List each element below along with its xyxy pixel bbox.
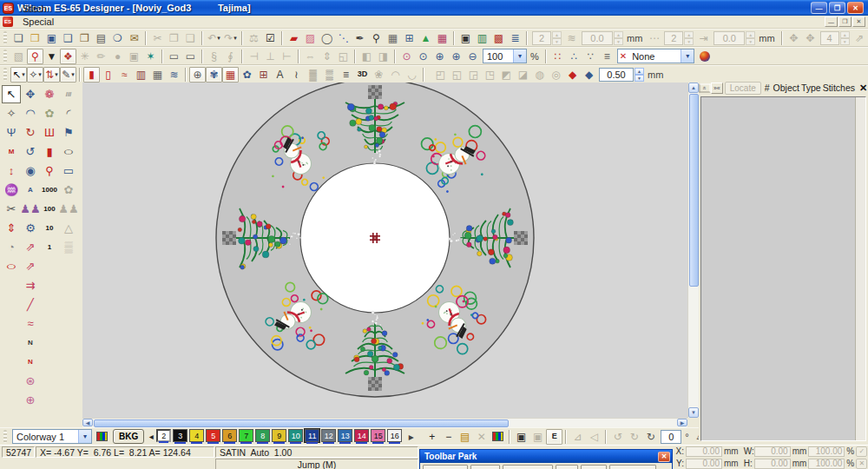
undo-icon[interactable]: ↶▾ bbox=[206, 30, 222, 46]
mdi-minimize-button[interactable]: — bbox=[825, 17, 838, 27]
toolbox-z1000-tool[interactable]: 1000 bbox=[40, 181, 59, 199]
show-connectors-icon[interactable]: ≡ bbox=[599, 49, 615, 64]
collapse-panel-icon[interactable]: « bbox=[699, 83, 710, 92]
palette-strip-icon[interactable] bbox=[490, 429, 506, 445]
toolbox-flower-tool[interactable]: ❁ bbox=[40, 85, 59, 103]
new-icon[interactable]: ❏ bbox=[10, 30, 27, 46]
cancel-transform-icon[interactable]: ✕ bbox=[856, 459, 867, 469]
color-swatch-3[interactable]: 3 bbox=[173, 429, 187, 442]
colorway-editor-icon[interactable] bbox=[94, 429, 110, 445]
toolbox-bh-tool[interactable]: ⊕ bbox=[21, 391, 40, 409]
hide-unused-icon[interactable]: ✕ bbox=[473, 429, 490, 445]
locate-button[interactable]: Locate bbox=[725, 82, 761, 95]
thread-up-icon[interactable]: § bbox=[206, 49, 222, 64]
toolbox-leaf-tool[interactable]: ✿ bbox=[59, 181, 78, 199]
underlay-count-field[interactable]: 2▲▼ bbox=[532, 31, 562, 45]
3d-warp-icon[interactable]: 3D bbox=[354, 67, 371, 83]
arc-up-icon[interactable]: ◠ bbox=[387, 67, 404, 83]
align-right-icon[interactable]: ⊢ bbox=[279, 49, 295, 64]
toolbox-bhpair-tool[interactable]: ⊛ bbox=[21, 372, 40, 390]
toolbox-z100-tool[interactable]: 100 bbox=[40, 200, 59, 218]
toolbox-team-tool[interactable]: ♟♟ bbox=[21, 200, 40, 218]
dot-icon[interactable]: ● bbox=[109, 49, 126, 64]
show-all-icon[interactable]: ∷ bbox=[549, 49, 566, 64]
zoom-out-icon[interactable]: ⊖ bbox=[464, 49, 481, 64]
canvas-vertical-scrollbar[interactable]: ▲ ▼ bbox=[687, 83, 699, 418]
object-list[interactable] bbox=[700, 96, 866, 441]
toolbox-needledrop-tool[interactable]: ⚲ bbox=[40, 162, 59, 180]
fan-fill-icon[interactable]: ✾ bbox=[206, 67, 222, 83]
color-wheel-icon[interactable] bbox=[696, 49, 713, 64]
color-swatch-14[interactable]: 14 bbox=[354, 429, 369, 442]
magic-wand-icon[interactable]: ✳ bbox=[76, 49, 93, 64]
color-swatch-4[interactable]: 4 bbox=[189, 429, 204, 442]
remove-color-icon[interactable]: − bbox=[440, 429, 457, 445]
toolbox-globe-tool[interactable]: ◉ bbox=[21, 162, 40, 180]
overview-window-icon[interactable]: ⊙ bbox=[398, 49, 415, 64]
toolbox-linest-tool[interactable]: ╱ bbox=[21, 295, 40, 314]
grid-icon[interactable]: ▦ bbox=[385, 30, 401, 46]
mirror-v-icon[interactable]: ◁ bbox=[586, 429, 602, 445]
stamp-icon[interactable]: ▒ bbox=[321, 67, 338, 83]
reshape-object-icon[interactable]: ▭ bbox=[166, 49, 182, 64]
space-evenly-v-icon[interactable]: ⇕ bbox=[319, 49, 335, 64]
toolbox-nblack-tool[interactable]: N bbox=[21, 334, 40, 352]
leaf-icon[interactable]: ❀ bbox=[371, 67, 387, 83]
effects-icon[interactable]: E bbox=[546, 429, 562, 445]
color-swatch-5[interactable]: 5 bbox=[206, 429, 220, 442]
color-swatch-2[interactable]: 2 bbox=[156, 429, 171, 442]
background-icon[interactable]: ▲ bbox=[418, 30, 434, 46]
toolbar-park-titlebar[interactable]: Toolbar Park ✕ bbox=[420, 450, 672, 463]
polygon-select-tool-button[interactable]: ✧▾ bbox=[27, 67, 43, 83]
scale-y-field[interactable]: 100.00 bbox=[808, 459, 845, 469]
toolbox-bouquet-tool[interactable]: ✿ bbox=[40, 104, 59, 122]
design-properties-icon[interactable]: ❐ bbox=[76, 30, 93, 46]
toolbox-branch-tool[interactable]: Ψ bbox=[2, 123, 21, 142]
pull-comp-field[interactable]: 0.50▲▼ bbox=[599, 68, 644, 82]
nudge-large-icon[interactable]: ✥ bbox=[802, 30, 819, 46]
thread-down-icon[interactable]: ∮ bbox=[222, 49, 239, 64]
bkg-button[interactable]: BKG bbox=[113, 429, 144, 444]
remove-overlaps-icon[interactable]: ◲ bbox=[465, 67, 482, 83]
design-canvas[interactable]: ▲ ▼ ◀ ▶ bbox=[82, 83, 699, 427]
toolbox-textureg-tool[interactable]: ▒ bbox=[59, 238, 78, 256]
overlap-distance-icon[interactable]: ⚖ bbox=[246, 30, 262, 46]
open-icon[interactable]: ❒ bbox=[27, 30, 43, 46]
color-swatch-15[interactable]: 15 bbox=[371, 429, 385, 442]
toolbox-lettering-tool[interactable]: A bbox=[21, 181, 40, 199]
stitch-player-icon[interactable]: ⚲ bbox=[27, 49, 43, 64]
parked-toolbar-stub[interactable] bbox=[423, 465, 468, 469]
background-color-icon[interactable]: ▣ bbox=[513, 429, 529, 445]
scale-x-field[interactable]: 100.00 bbox=[808, 446, 845, 457]
travel-end-icon[interactable]: ▼ bbox=[43, 49, 60, 64]
grid-fill-icon[interactable]: ▦ bbox=[222, 67, 239, 83]
same-size-icon[interactable]: ◱ bbox=[335, 49, 352, 64]
parked-toolbar-stub[interactable] bbox=[609, 465, 656, 469]
toolbox-angle-tool[interactable]: ↕ bbox=[2, 162, 21, 180]
stitch-to-outline-icon[interactable]: ◪ bbox=[515, 67, 531, 83]
parked-toolbar-stub[interactable] bbox=[503, 465, 553, 469]
outline-design-icon[interactable]: ◎ bbox=[548, 67, 564, 83]
x-field[interactable]: 0.00 bbox=[686, 446, 722, 457]
thread-chart-icon[interactable]: ▤ bbox=[457, 429, 473, 445]
fabric-icon[interactable]: ▣ bbox=[529, 429, 546, 445]
underlay-type-icon[interactable]: ≋ bbox=[563, 30, 580, 46]
reshape-views-icon[interactable]: ▭ bbox=[182, 49, 199, 64]
color-swatch-9[interactable]: 9 bbox=[272, 429, 286, 442]
needle-points-icon[interactable]: ⚲ bbox=[368, 30, 385, 46]
toolbox-runst-tool[interactable]: ⇗ bbox=[21, 257, 40, 275]
rotate-ccw-icon[interactable]: ↺ bbox=[609, 429, 626, 445]
apply-transform-icon[interactable]: ✓ bbox=[856, 446, 867, 457]
color-object-icon[interactable]: ◆ bbox=[564, 67, 581, 83]
motif-fill-icon[interactable]: ≋ bbox=[166, 67, 182, 83]
hoop-layout-icon[interactable]: ⊞ bbox=[401, 30, 418, 46]
toolbar-park-window[interactable]: Toolbar Park ✕ bbox=[419, 449, 673, 469]
toolbox-nred-tool[interactable]: N bbox=[21, 353, 40, 371]
nudge-icon[interactable]: ✥ bbox=[786, 30, 802, 46]
align-left-icon[interactable]: ⊣ bbox=[246, 49, 262, 64]
toolbox-flag-tool[interactable]: ⚑ bbox=[59, 123, 78, 142]
rotate-cw-icon[interactable]: ↻ bbox=[626, 429, 642, 445]
toolbox-ellipse-tool[interactable]: ○ bbox=[59, 142, 78, 161]
trim-icon[interactable]: ◩ bbox=[498, 67, 515, 83]
print-icon[interactable]: ▤ bbox=[93, 30, 109, 46]
